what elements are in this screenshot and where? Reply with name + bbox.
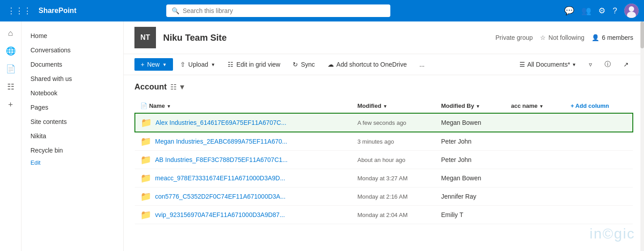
members-meta[interactable]: 👤 6 members xyxy=(592,34,633,41)
col-modified[interactable]: Modified ▼ xyxy=(352,99,436,113)
sidebar-item-documents[interactable]: Documents xyxy=(22,57,123,72)
new-button[interactable]: + New ▼ xyxy=(134,58,173,71)
settings-icon[interactable]: ⚙ xyxy=(598,6,605,16)
scrollbar-track[interactable] xyxy=(640,21,644,251)
modified-cell-2: About an hour ago xyxy=(352,151,436,169)
col-acc-name[interactable]: acc name ▼ xyxy=(506,99,565,113)
sync-button[interactable]: ↻ Sync xyxy=(287,58,320,71)
file-name-text[interactable]: vvip_923156970A74EF11A671000D3A9D87... xyxy=(155,211,285,218)
global-nav-add[interactable]: + xyxy=(3,97,19,113)
col-modified-by[interactable]: Modified By ▼ xyxy=(436,99,506,113)
sidebar-item-notebook[interactable]: Notebook xyxy=(22,86,123,100)
nav-icons: 💬 👥 ⚙ ? xyxy=(564,4,639,18)
info-icon: ⓘ xyxy=(605,60,611,68)
table-row[interactable]: 📁 meacc_978E73331674EF11A671000D3A9D... … xyxy=(135,169,633,187)
empty-cell-0 xyxy=(565,113,633,132)
file-name-cell-0[interactable]: 📁 Alex Industries_614617E69A75EF11A6707C… xyxy=(135,113,352,132)
global-nav-home[interactable]: ⌂ xyxy=(3,25,19,41)
view-selector[interactable]: ☰ All Documents* ▼ xyxy=(515,58,581,71)
sidebar-item-pages[interactable]: Pages xyxy=(22,100,123,115)
file-name-cell-1[interactable]: 📁 Megan Industries_2EABC6899A75EF11A670.… xyxy=(135,132,352,151)
modified-value: Monday at 2:16 AM xyxy=(357,193,407,200)
sidebar-edit-link[interactable]: Edit xyxy=(22,157,123,170)
view-icon[interactable]: ☷ ▼ xyxy=(170,83,186,91)
file-name-cell-2[interactable]: 📁 AB Industries_F8EF3C788D75EF11A6707C1.… xyxy=(135,151,352,169)
modified-by-cell-2: Peter John xyxy=(436,151,506,169)
star-icon: ☆ xyxy=(540,34,546,41)
search-bar-container: 🔍 xyxy=(166,4,390,17)
edit-grid-button[interactable]: ☷ Edit in grid view xyxy=(222,58,285,71)
global-nav-globe[interactable]: 🌐 xyxy=(3,43,19,59)
sharepoint-logo[interactable]: SharePoint xyxy=(39,7,76,15)
table-row[interactable]: 📁 vvip_923156970A74EF11A671000D3A9D87...… xyxy=(135,206,633,224)
more-button[interactable]: ... xyxy=(414,58,430,71)
scrollbar-thumb[interactable] xyxy=(640,21,644,48)
waffle-icon[interactable]: ⋮⋮⋮ xyxy=(5,4,33,17)
add-column-label[interactable]: + Add column xyxy=(571,102,609,109)
add-shortcut-label: Add shortcut to OneDrive xyxy=(337,61,407,68)
modified-cell-0: A few seconds ago xyxy=(352,113,436,132)
filter-icon: ▿ xyxy=(589,61,592,68)
modified-cell-4: Monday at 2:16 AM xyxy=(352,187,436,206)
modified-sort-icon: ▼ xyxy=(383,104,388,109)
table-row[interactable]: 📁 AB Industries_F8EF3C788D75EF11A6707C1.… xyxy=(135,151,633,169)
search-input[interactable] xyxy=(183,7,385,14)
file-name-cell-3[interactable]: 📁 meacc_978E73331674EF11A671000D3A9D... xyxy=(135,169,352,187)
modified-by-cell-1: Peter John xyxy=(436,132,506,151)
folder-icon: 📁 xyxy=(141,117,152,128)
file-name-text[interactable]: AB Industries_F8EF3C788D75EF11A6707C1... xyxy=(155,156,288,163)
folder-icon: 📁 xyxy=(140,173,151,183)
acc-name-cell-0 xyxy=(506,113,565,132)
global-nav-list[interactable]: ☷ xyxy=(3,79,19,95)
sidebar-item-home[interactable]: Home xyxy=(22,29,123,43)
col-name[interactable]: 📄 Name ▼ xyxy=(135,99,352,113)
global-nav-doc[interactable]: 📄 xyxy=(3,61,19,77)
acc-name-cell-1 xyxy=(506,132,565,151)
modified-by-cell-3: Megan Bowen xyxy=(436,169,506,187)
avatar[interactable] xyxy=(624,4,639,18)
folder-icon: 📁 xyxy=(140,136,151,147)
empty-cell-3 xyxy=(565,169,633,187)
expand-button[interactable]: ↗ xyxy=(619,58,633,71)
sidebar-item-site-contents[interactable]: Site contents xyxy=(22,115,123,129)
file-name-text[interactable]: Megan Industries_2EABC6899A75EF11A670... xyxy=(155,138,287,145)
file-name-text[interactable]: meacc_978E73331674EF11A671000D3A9D... xyxy=(155,174,285,182)
sidebar-item-shared[interactable]: Shared with us xyxy=(22,72,123,86)
file-name-cell-4[interactable]: 📁 con5776_C5352D2F0C74EF11A671000D3A... xyxy=(135,187,352,206)
table-row[interactable]: 📁 Megan Industries_2EABC6899A75EF11A670.… xyxy=(135,132,633,151)
table-row[interactable]: 📁 Alex Industries_614617E69A75EF11A6707C… xyxy=(135,113,633,132)
file-name-text[interactable]: Alex Industries_614617E69A75EF11A6707C..… xyxy=(156,119,286,126)
sidebar-item-conversations[interactable]: Conversations xyxy=(22,43,123,57)
upload-icon: ⇧ xyxy=(180,61,186,68)
modified-by-cell-0: Megan Bowen xyxy=(436,113,506,132)
add-shortcut-button[interactable]: ☁ Add shortcut to OneDrive xyxy=(322,58,412,71)
filter-button[interactable]: ▿ xyxy=(584,58,596,71)
modified-by-cell-5: Emiliy T xyxy=(436,206,506,224)
following-label[interactable]: Not following xyxy=(549,34,584,41)
members-count[interactable]: 6 members xyxy=(602,34,633,41)
view-chevron-icon: ▼ xyxy=(572,62,576,67)
modified-by-value: Emiliy T xyxy=(441,211,463,218)
edit-grid-label: Edit in grid view xyxy=(236,61,280,68)
help-icon[interactable]: ? xyxy=(613,6,617,16)
upload-chevron-icon: ▼ xyxy=(211,62,215,67)
main-content: NT Niku Team Site Private group ☆ Not fo… xyxy=(124,21,644,251)
folder-icon: 📁 xyxy=(140,209,151,220)
file-name-text[interactable]: con5776_C5352D2F0C74EF11A671000D3A... xyxy=(155,193,285,200)
upload-label: Upload xyxy=(188,61,208,68)
col-add-column[interactable]: + Add column xyxy=(565,99,633,113)
sync-icon: ↻ xyxy=(293,61,298,68)
site-nav: Home Conversations Documents Shared with… xyxy=(22,21,124,251)
sidebar-item-recycle-bin[interactable]: Recycle bin xyxy=(22,143,123,157)
chat-icon[interactable]: 💬 xyxy=(564,6,574,16)
global-nav: ⌂ 🌐 📄 ☷ + xyxy=(0,21,22,251)
people-icon[interactable]: 👥 xyxy=(581,6,591,16)
following-meta[interactable]: ☆ Not following xyxy=(540,34,584,41)
file-name-cell-5[interactable]: 📁 vvip_923156970A74EF11A671000D3A9D87... xyxy=(135,206,352,224)
info-button[interactable]: ⓘ xyxy=(600,58,615,71)
app-layout: ⌂ 🌐 📄 ☷ + Home Conversations Documents S… xyxy=(0,21,644,251)
sidebar-item-nikita[interactable]: Nikita xyxy=(22,129,123,143)
acc-name-cell-2 xyxy=(506,151,565,169)
table-row[interactable]: 📁 con5776_C5352D2F0C74EF11A671000D3A... … xyxy=(135,187,633,206)
upload-button[interactable]: ⇧ Upload ▼ xyxy=(175,58,220,71)
